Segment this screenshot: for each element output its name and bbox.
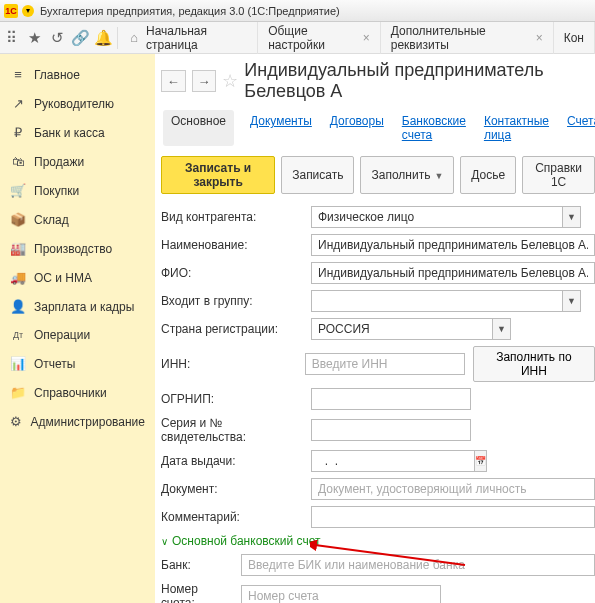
- person-icon: 👤: [10, 299, 26, 314]
- window-titlebar: 1C ▾ Бухгалтерия предприятия, редакция 3…: [0, 0, 595, 22]
- bank-label: Банк:: [161, 558, 241, 572]
- factory-icon: 🏭: [10, 241, 26, 256]
- subtab-contracts[interactable]: Договоры: [328, 110, 386, 146]
- sidebar-item-bank[interactable]: ₽Банк и касса: [0, 118, 155, 147]
- tab-counterparty[interactable]: Кон: [554, 22, 595, 54]
- date-input[interactable]: [311, 450, 475, 472]
- sidebar-label: Отчеты: [34, 357, 75, 371]
- calendar-icon[interactable]: 📅: [475, 450, 487, 472]
- link-icon[interactable]: 🔗: [69, 22, 92, 54]
- sidebar-item-reports[interactable]: 📊Отчеты: [0, 349, 155, 378]
- favorite-star-icon[interactable]: ☆: [222, 70, 238, 92]
- inn-label: ИНН:: [161, 357, 305, 371]
- close-icon[interactable]: ×: [363, 31, 370, 45]
- button-label: Заполнить: [371, 168, 430, 182]
- group-input[interactable]: [311, 290, 563, 312]
- report-icon: 📊: [10, 356, 26, 371]
- sidebar-item-operations[interactable]: ДтОперации: [0, 321, 155, 349]
- truck-icon: 🚚: [10, 270, 26, 285]
- sidebar-item-salary[interactable]: 👤Зарплата и кадры: [0, 292, 155, 321]
- back-button[interactable]: ←: [161, 70, 186, 92]
- bank-input[interactable]: [241, 554, 595, 576]
- sidebar-label: Банк и касса: [34, 126, 105, 140]
- tab-requisites[interactable]: Дополнительные реквизиты×: [381, 22, 554, 54]
- sidebar-item-production[interactable]: 🏭Производство: [0, 234, 155, 263]
- section-label: Основной банковский счет: [172, 534, 320, 548]
- gear-icon: ⚙: [10, 414, 23, 429]
- sidebar-item-catalogs[interactable]: 📁Справочники: [0, 378, 155, 407]
- cert-label: Серия и № свидетельства:: [161, 416, 311, 444]
- sidebar-item-sales[interactable]: 🛍Продажи: [0, 147, 155, 176]
- subtab-accounts[interactable]: Счета: [565, 110, 595, 146]
- fio-input[interactable]: [311, 262, 595, 284]
- sidebar-label: Склад: [34, 213, 69, 227]
- main-content: ← → ☆ Индивидуальный предприниматель Бел…: [155, 54, 595, 603]
- sidebar-label: Руководителю: [34, 97, 114, 111]
- fill-by-inn-button[interactable]: Заполнить по ИНН: [473, 346, 595, 382]
- doc-input[interactable]: [311, 478, 595, 500]
- inn-input[interactable]: [305, 353, 465, 375]
- dossier-button[interactable]: Досье: [460, 156, 516, 194]
- sidebar-item-assets[interactable]: 🚚ОС и НМА: [0, 263, 155, 292]
- type-select[interactable]: [311, 206, 563, 228]
- sidebar-item-main[interactable]: ≡Главное: [0, 60, 155, 89]
- help-button[interactable]: Справки 1С: [522, 156, 595, 194]
- country-input[interactable]: [311, 318, 493, 340]
- ogrn-input[interactable]: [311, 388, 471, 410]
- page-title: Индивидуальный предприниматель Белевцов …: [244, 60, 595, 102]
- box-icon: 📦: [10, 212, 26, 227]
- group-label: Входит в группу:: [161, 294, 311, 308]
- doc-label: Документ:: [161, 482, 311, 496]
- sidebar-label: Операции: [34, 328, 90, 342]
- sidebar-item-warehouse[interactable]: 📦Склад: [0, 205, 155, 234]
- ruble-icon: ₽: [10, 125, 26, 140]
- save-button[interactable]: Записать: [281, 156, 354, 194]
- sidebar-label: Главное: [34, 68, 80, 82]
- sidebar-label: Справочники: [34, 386, 107, 400]
- star-icon[interactable]: ★: [23, 22, 46, 54]
- subtab-contacts[interactable]: Контактные лица: [482, 110, 551, 146]
- app-menu-dropdown-icon[interactable]: ▾: [22, 5, 34, 17]
- chevron-down-icon[interactable]: ▼: [493, 318, 511, 340]
- name-label: Наименование:: [161, 238, 311, 252]
- toolbar-separator: [117, 27, 118, 49]
- sidebar-label: ОС и НМА: [34, 271, 92, 285]
- tab-label: Дополнительные реквизиты: [391, 24, 528, 52]
- tab-settings[interactable]: Общие настройки×: [258, 22, 381, 54]
- tab-home[interactable]: ⌂Начальная страница: [120, 22, 258, 54]
- bank-section-toggle[interactable]: ∨Основной банковский счет: [161, 534, 595, 548]
- subtab-main[interactable]: Основное: [163, 110, 234, 146]
- sidebar-label: Продажи: [34, 155, 84, 169]
- action-buttons: Записать и закрыть Записать Заполнить▼ Д…: [161, 156, 595, 194]
- subtab-documents[interactable]: Документы: [248, 110, 314, 146]
- close-icon[interactable]: ×: [536, 31, 543, 45]
- comment-input[interactable]: [311, 506, 595, 528]
- sidebar-item-purchases[interactable]: 🛒Покупки: [0, 176, 155, 205]
- tab-label: Кон: [564, 31, 584, 45]
- forward-button[interactable]: →: [192, 70, 217, 92]
- acct-input[interactable]: [241, 585, 441, 603]
- sidebar-label: Зарплата и кадры: [34, 300, 134, 314]
- sidebar-item-manager[interactable]: ↗Руководителю: [0, 89, 155, 118]
- cert-input[interactable]: [311, 419, 471, 441]
- history-icon[interactable]: ↺: [46, 22, 69, 54]
- chevron-down-icon: ▼: [434, 171, 443, 181]
- chevron-down-icon[interactable]: ▼: [563, 206, 581, 228]
- save-and-close-button[interactable]: Записать и закрыть: [161, 156, 275, 194]
- bell-icon[interactable]: 🔔: [92, 22, 115, 54]
- apps-icon[interactable]: ⠿: [0, 22, 23, 54]
- dtkt-icon: Дт: [10, 330, 26, 340]
- fill-button[interactable]: Заполнить▼: [360, 156, 454, 194]
- tab-label: Общие настройки: [268, 24, 355, 52]
- name-input[interactable]: [311, 234, 595, 256]
- cart-icon: 🛒: [10, 183, 26, 198]
- chevron-down-icon[interactable]: ▼: [563, 290, 581, 312]
- sidebar-item-admin[interactable]: ⚙Администрирование: [0, 407, 155, 436]
- sidebar-label: Покупки: [34, 184, 79, 198]
- toolbar: ⠿ ★ ↺ 🔗 🔔 ⌂Начальная страница Общие наст…: [0, 22, 595, 54]
- menu-icon: ≡: [10, 67, 26, 82]
- folder-icon: 📁: [10, 385, 26, 400]
- sidebar-label: Производство: [34, 242, 112, 256]
- subtab-bank-accounts[interactable]: Банковские счета: [400, 110, 468, 146]
- chart-icon: ↗: [10, 96, 26, 111]
